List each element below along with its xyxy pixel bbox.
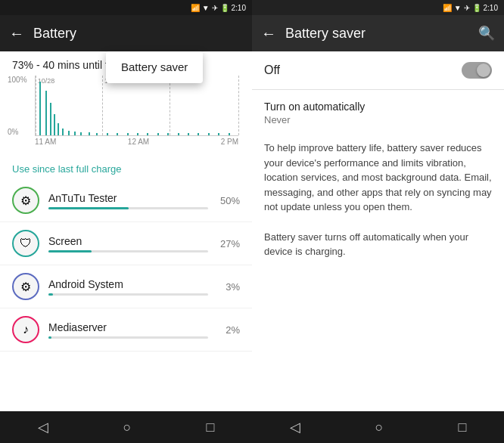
chart-bar — [208, 133, 210, 135]
left-panel: 📶 ▼ ✈ 🔋 2:10 ← Battery Battery saver 73%… — [0, 0, 252, 443]
app-name: AnTuTu Tester — [48, 192, 208, 204]
auto-section: Turn on automatically Never — [264, 90, 492, 132]
chart-bar — [229, 133, 230, 135]
chart-bar — [80, 132, 82, 135]
chart-bar — [58, 123, 59, 135]
signal-icon-right: 📶 — [443, 4, 452, 12]
back-button-right[interactable]: ← — [258, 22, 279, 45]
toggle-label: Off — [264, 64, 280, 77]
chart-y-labels: 100% 0% — [8, 76, 27, 136]
x-label-2pm: 2 PM — [221, 138, 238, 146]
chart-x-labels: 11 AM 12 AM 2 PM — [35, 136, 244, 146]
chart-bar — [137, 133, 138, 135]
chart-dashed-line — [36, 76, 36, 135]
app-name: Screen — [48, 235, 208, 247]
time-right: 2:10 — [484, 4, 498, 12]
back-button-left[interactable]: ← — [6, 22, 27, 45]
y-label-100: 100% — [8, 76, 27, 84]
bottom-nav-right: ◁ ○ □ — [252, 411, 504, 443]
app-icon: ♪ — [12, 316, 39, 343]
app-percentage: 27% — [217, 238, 240, 249]
battery-saver-toggle[interactable] — [462, 62, 492, 79]
bottom-nav-left: ◁ ○ □ — [0, 411, 252, 443]
chart-bar — [157, 133, 159, 135]
home-nav-right[interactable]: ○ — [360, 415, 399, 440]
page-title-left: Battery — [33, 26, 246, 42]
app-info: AnTuTu Tester — [48, 192, 208, 209]
wifi-icon: ▼ — [202, 4, 210, 12]
x-label-11am: 11 AM — [35, 138, 56, 146]
chart-bar — [117, 133, 118, 135]
search-button[interactable]: 🔍 — [475, 22, 498, 45]
app-usage-bar-fill — [48, 336, 51, 339]
chart-bar — [54, 114, 55, 135]
app-usage-bar-bg — [48, 293, 208, 296]
app-list-item[interactable]: ♪Mediaserver2% — [0, 308, 252, 352]
app-usage-bar-bg — [48, 336, 208, 339]
app-info: Mediaserver — [48, 321, 208, 339]
status-bar-right: 📶 ▼ ✈ 🔋 2:10 — [252, 0, 504, 15]
app-info: Android System — [48, 278, 208, 296]
chart-bar — [74, 132, 76, 135]
chart-bar — [107, 133, 108, 135]
chart-bar — [96, 133, 98, 135]
home-nav-left[interactable]: ○ — [108, 415, 147, 440]
app-info: Screen — [48, 235, 208, 252]
chart-bar — [68, 131, 70, 135]
description-1: To help improve battery life, battery sa… — [264, 132, 492, 221]
airplane-icon: ✈ — [212, 4, 218, 12]
chart-bar — [167, 133, 169, 135]
chart-canvas: 10/2811/311/9 — [35, 76, 238, 136]
dropdown-tooltip[interactable]: Battery saver — [106, 51, 203, 83]
chart-dashed-line — [102, 76, 103, 135]
recent-nav-right[interactable]: □ — [443, 415, 482, 440]
app-name: Android System — [48, 278, 208, 290]
back-nav-left[interactable]: ◁ — [23, 414, 64, 440]
toolbar-right: ← Battery saver 🔍 — [252, 15, 504, 51]
chart-dashed-line — [238, 76, 239, 135]
use-since-label: Use since last full charge — [0, 159, 252, 179]
app-icon: ⚙ — [12, 187, 39, 214]
status-icons-left: 📶 ▼ ✈ 🔋 2:10 — [191, 4, 246, 12]
toolbar-left: ← Battery — [0, 15, 252, 51]
back-nav-right[interactable]: ◁ — [275, 414, 316, 440]
app-percentage: 2% — [217, 324, 240, 336]
wifi-icon-right: ▼ — [454, 4, 462, 12]
chart-bar — [45, 91, 47, 135]
airplane-icon-right: ✈ — [464, 4, 470, 12]
app-list-item[interactable]: ⚙Android System3% — [0, 265, 252, 308]
app-usage-bar-fill — [48, 250, 92, 252]
y-label-0: 0% — [8, 128, 27, 136]
dropdown-item-battery-saver[interactable]: Battery saver — [121, 60, 188, 73]
app-name: Mediaserver — [48, 321, 208, 333]
battery-chart: 100% 0% 10/2811/311/9 11 AM 12 AM 2 PM — [0, 76, 252, 159]
app-icon: ⚙ — [12, 273, 39, 300]
app-percentage: 50% — [217, 195, 240, 206]
app-usage-bar-bg — [48, 250, 208, 252]
chart-bar — [39, 82, 41, 135]
app-usage-bar-bg — [48, 207, 208, 209]
chart-bar — [62, 129, 64, 135]
battery-saver-content: Turn on automatically Never To help impr… — [252, 90, 504, 411]
recent-nav-left[interactable]: □ — [191, 415, 230, 440]
battery-icon: 🔋 — [220, 4, 229, 12]
app-percentage: 3% — [217, 281, 240, 293]
chart-bar — [198, 133, 199, 135]
chart-bar — [188, 133, 189, 135]
app-list: ⚙AnTuTu Tester50%🛡Screen27%⚙Android Syst… — [0, 179, 252, 411]
time-left: 2:10 — [232, 4, 246, 12]
page-title-right: Battery saver — [285, 26, 469, 42]
chart-bar — [127, 133, 129, 135]
chart-dashed-line — [170, 76, 170, 135]
status-bar-left: 📶 ▼ ✈ 🔋 2:10 — [0, 0, 252, 15]
chart-bar — [218, 133, 219, 135]
app-usage-bar-fill — [48, 207, 129, 209]
battery-saver-toggle-row: Off — [252, 51, 504, 90]
chart-bar — [178, 133, 179, 135]
right-panel: 📶 ▼ ✈ 🔋 2:10 ← Battery saver 🔍 Off Turn … — [252, 0, 504, 443]
app-list-item[interactable]: ⚙AnTuTu Tester50% — [0, 179, 252, 222]
toggle-knob — [477, 64, 490, 77]
chart-bar — [89, 132, 90, 135]
app-list-item[interactable]: 🛡Screen27% — [0, 222, 252, 265]
auto-section-title: Turn on automatically — [264, 101, 492, 113]
